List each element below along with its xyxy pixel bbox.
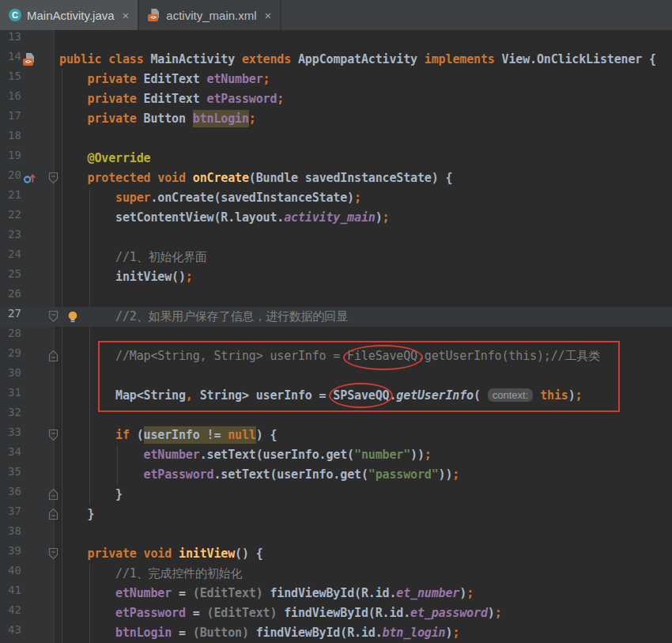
line-number[interactable]: 27 — [8, 307, 21, 320]
line-number[interactable]: 42 — [8, 603, 21, 616]
code-text: etNumber = (EditText) findViewById(R.id.… — [59, 584, 474, 603]
code-line[interactable]: 18 — [0, 129, 672, 149]
code-line[interactable]: 33 if (userInfo != null) { — [0, 426, 672, 445]
code-text: //1、完成控件的初始化 — [59, 564, 242, 584]
xml-file-icon: <> — [148, 9, 160, 21]
code-line[interactable]: 31 Map<String, String> userInfo = SPSave… — [0, 386, 672, 406]
code-text: } — [59, 485, 123, 505]
line-number[interactable]: 38 — [8, 524, 21, 537]
line-number[interactable]: 16 — [8, 89, 21, 102]
close-icon[interactable]: × — [123, 9, 130, 21]
fold-marker-icon[interactable] — [48, 508, 59, 520]
line-number[interactable]: 31 — [8, 386, 21, 399]
code-line[interactable]: 13 — [0, 30, 672, 50]
line-number[interactable]: 33 — [8, 426, 21, 438]
java-class-icon: C — [9, 9, 21, 21]
code-text: protected void onCreate(Bundle savedInst… — [59, 168, 452, 188]
line-number[interactable]: 15 — [8, 70, 21, 82]
line-number[interactable]: 21 — [8, 188, 21, 201]
line-number[interactable]: 28 — [8, 327, 21, 339]
code-line[interactable]: 21 super.onCreate(savedInstanceState); — [0, 188, 672, 208]
code-line[interactable]: 27 //2、如果用户保存了信息，进行数据的回显 — [0, 307, 672, 327]
code-line[interactable]: 41 etNumber = (EditText) findViewById(R.… — [0, 584, 672, 603]
line-number[interactable]: 39 — [8, 544, 21, 557]
code-line[interactable]: 35 etPassword.setText(userInfo.get("pass… — [0, 465, 672, 485]
line-number[interactable]: 32 — [8, 406, 21, 418]
code-text: } — [59, 505, 94, 524]
line-number[interactable]: 37 — [8, 505, 21, 517]
code-text: private Button btnLogin; — [59, 109, 256, 129]
line-number[interactable]: 17 — [8, 109, 21, 122]
code-line[interactable]: 19 @Override — [0, 149, 672, 168]
code-line[interactable]: 37 } — [0, 505, 672, 524]
tab-mainactivity-java[interactable]: C MainActivity.java × — [0, 0, 139, 30]
code-line[interactable]: 43 btnLogin = (Button) findViewById(R.id… — [0, 623, 672, 643]
code-line[interactable]: 29 //Map<String, String> userInfo = File… — [0, 346, 672, 366]
line-number[interactable]: 14 — [8, 50, 21, 62]
code-line[interactable]: 26 — [0, 287, 672, 307]
fold-marker-icon[interactable] — [48, 350, 59, 362]
tab-activity-main-xml[interactable]: <> activity_main.xml × — [139, 0, 281, 30]
code-line[interactable]: 40 //1、完成控件的初始化 — [0, 564, 672, 584]
overriding-method-icon[interactable] — [23, 172, 36, 184]
code-line[interactable]: 30 — [0, 366, 672, 386]
line-number[interactable]: 35 — [8, 465, 21, 478]
code-line[interactable]: 32 — [0, 406, 672, 426]
editor-tab-bar: C MainActivity.java × <> activity_main.x… — [0, 0, 672, 30]
code-line[interactable]: 23 — [0, 228, 672, 248]
tab-label: MainActivity.java — [27, 9, 115, 22]
parameter-hint-chip: context: — [488, 388, 534, 402]
code-line[interactable]: 28 — [0, 327, 672, 346]
code-line[interactable]: 24 //1、初始化界面 — [0, 248, 672, 267]
code-line[interactable]: 16 private EditText etPassword; — [0, 89, 672, 109]
code-text: setContentView(R.layout.activity_main); — [59, 208, 389, 228]
code-text: //2、如果用户保存了信息，进行数据的回显 — [59, 307, 348, 327]
line-number[interactable]: 43 — [8, 623, 21, 636]
line-number[interactable]: 36 — [8, 485, 21, 497]
code-text: private EditText etNumber; — [59, 70, 270, 89]
code-text: initView(); — [59, 267, 193, 287]
fold-marker-icon[interactable] — [48, 172, 59, 184]
line-number[interactable]: 18 — [8, 129, 21, 142]
code-editor[interactable]: 1314<>public class MainActivity extends … — [0, 30, 672, 643]
line-number[interactable]: 25 — [8, 267, 21, 280]
code-line[interactable]: 25 initView(); — [0, 267, 672, 287]
code-line[interactable]: 15 private EditText etNumber; — [0, 70, 672, 89]
code-line[interactable]: 14<>public class MainActivity extends Ap… — [0, 50, 672, 70]
fold-marker-icon[interactable] — [48, 488, 59, 501]
line-number[interactable]: 40 — [8, 564, 21, 577]
code-text: Map<String, String> userInfo = SPSaveQQ.… — [59, 386, 583, 406]
code-text: private void initView() { — [59, 544, 263, 564]
code-line[interactable]: 22 setContentView(R.layout.activity_main… — [0, 208, 672, 228]
line-number[interactable]: 30 — [8, 366, 21, 379]
code-line[interactable]: 39 private void initView() { — [0, 544, 672, 564]
code-text: if (userInfo != null) { — [59, 426, 277, 445]
line-number[interactable]: 19 — [8, 149, 21, 161]
line-number[interactable]: 13 — [8, 30, 21, 43]
code-line[interactable]: 20 protected void onCreate(Bundle savedI… — [0, 168, 672, 188]
code-text: @Override — [59, 149, 150, 168]
line-number[interactable]: 24 — [8, 248, 21, 260]
line-number[interactable]: 26 — [8, 287, 21, 300]
code-text: private EditText etPassword; — [59, 89, 284, 109]
line-number[interactable]: 34 — [8, 445, 21, 458]
layout-file-icon[interactable]: <> — [23, 53, 36, 66]
fold-marker-icon[interactable] — [48, 429, 59, 441]
line-number[interactable]: 41 — [8, 584, 21, 596]
code-text: super.onCreate(savedInstanceState); — [59, 188, 361, 208]
code-line[interactable]: 34 etNumber.setText(userInfo.get("number… — [0, 445, 672, 465]
close-icon[interactable]: × — [265, 9, 272, 21]
fold-marker-icon[interactable] — [48, 310, 59, 323]
code-line[interactable]: 17 private Button btnLogin; — [0, 109, 672, 129]
code-line[interactable]: 38 — [0, 524, 672, 544]
code-line[interactable]: 42 etPassword = (EditText) findViewById(… — [0, 603, 672, 623]
code-lines: 1314<>public class MainActivity extends … — [0, 30, 672, 643]
line-number[interactable]: 29 — [8, 346, 21, 359]
fold-marker-icon[interactable] — [48, 547, 59, 560]
code-line[interactable]: 36 } — [0, 485, 672, 505]
code-text: etPassword = (EditText) findViewById(R.i… — [59, 603, 502, 623]
line-number[interactable]: 20 — [8, 168, 21, 181]
line-number[interactable]: 22 — [8, 208, 21, 221]
code-text: public class MainActivity extends AppCom… — [59, 50, 656, 70]
line-number[interactable]: 23 — [8, 228, 21, 240]
